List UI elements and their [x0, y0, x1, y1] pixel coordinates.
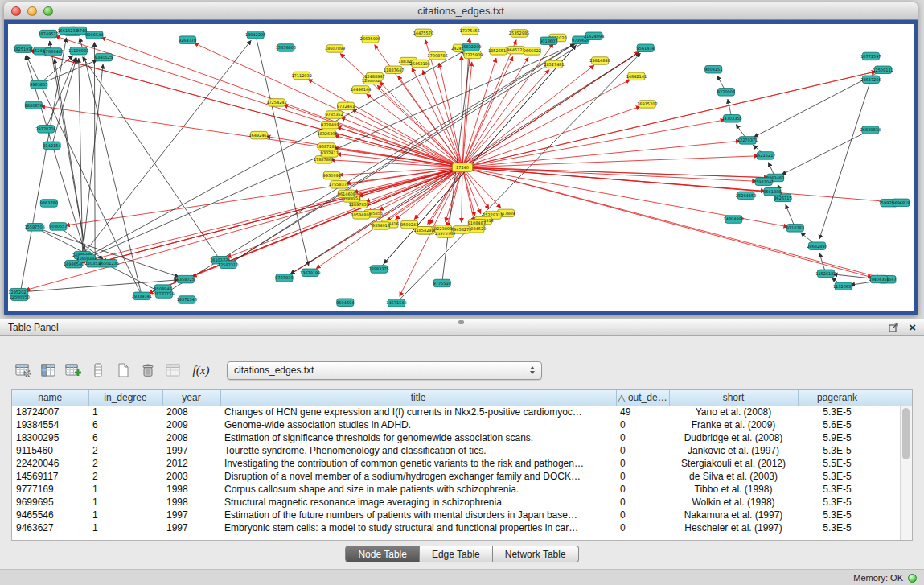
cell-short: de Silva et al. (2003) — [669, 470, 798, 483]
cell-year: 2012 — [162, 457, 220, 470]
delete-trash-button[interactable] — [138, 360, 158, 380]
column-header-year[interactable]: year — [162, 390, 220, 406]
cell-in_degree: 1 — [88, 483, 162, 496]
graph-node-label: 9228489 — [321, 122, 339, 127]
table-row[interactable]: 1938455462009Genome-wide association stu… — [12, 418, 912, 431]
cell-title: Corpus callosum shape and size in male p… — [220, 483, 616, 496]
column-header-pagerank[interactable]: pagerank — [798, 390, 877, 406]
graph-edge[interactable] — [47, 58, 76, 126]
graph-edge[interactable] — [465, 52, 639, 166]
table-row[interactable]: 977716911998Corpus callosum shape and si… — [12, 483, 912, 496]
table-toolbar: f(x) citations_edges.txt — [13, 359, 542, 381]
graph-node-label: 28647266 — [860, 77, 881, 82]
graph-edge[interactable] — [466, 106, 641, 166]
graph-node-label: 28983375 — [369, 266, 389, 271]
table-row[interactable]: 2242004622012Investigating the contribut… — [12, 457, 912, 470]
tab-node-table[interactable]: Node Table — [345, 546, 420, 562]
graph-edge[interactable] — [736, 125, 745, 138]
graph-node-label: 9930992 — [323, 173, 341, 178]
tab-edge-table[interactable]: Edge Table — [420, 546, 493, 562]
graph-edge[interactable] — [381, 45, 576, 266]
graph-edge[interactable] — [768, 163, 774, 175]
panel-resize-handle[interactable] — [458, 320, 464, 324]
graph-node-label: 25264453 — [736, 193, 756, 198]
graph-edge[interactable] — [782, 131, 868, 175]
table-row[interactable]: 969969511998Structural magnetic resonanc… — [12, 496, 912, 509]
graph-edge[interactable] — [42, 60, 97, 84]
table-row[interactable]: 946554611997Estimation of the future num… — [12, 509, 912, 521]
merge-tables-button[interactable] — [162, 360, 183, 380]
cell-pagerank: 5.3E-5 — [798, 444, 877, 457]
network-canvas[interactable]: 1724094178491522931319989314910848722034… — [8, 24, 914, 311]
cell-out_degree: 49 — [616, 406, 669, 418]
graph-edge[interactable] — [38, 229, 179, 278]
graph-node-label: 17089487 — [43, 49, 64, 54]
graph-edge[interactable] — [26, 168, 459, 290]
table-row[interactable]: 1830029562008Estimation of significance … — [12, 431, 912, 444]
column-header-name[interactable]: name — [12, 390, 88, 406]
graph-edge[interactable] — [266, 136, 459, 167]
table-selector-dropdown[interactable]: citations_edges.txt — [227, 361, 542, 380]
graph-edge[interactable] — [76, 51, 465, 262]
graph-edge[interactable] — [231, 40, 588, 263]
table-row[interactable]: 1456911722003Disruption of a novel membe… — [12, 470, 912, 483]
close-panel-icon[interactable]: × — [909, 322, 916, 333]
select-columns-button[interactable] — [38, 360, 59, 380]
graph-edge[interactable] — [379, 169, 459, 210]
tab-network-table[interactable]: Network Table — [493, 546, 579, 562]
graph-edge[interactable] — [423, 70, 462, 164]
minimize-window-button[interactable] — [27, 6, 37, 16]
zoom-window-button[interactable] — [43, 6, 53, 16]
graph-edge[interactable] — [819, 83, 870, 240]
graph-edge[interactable] — [466, 80, 630, 166]
cell-in_degree: 6 — [88, 418, 162, 431]
graph-edge[interactable] — [728, 99, 731, 115]
rows-button[interactable] — [88, 360, 109, 380]
graph-edge[interactable] — [20, 38, 66, 294]
table-row[interactable]: 1872400712008Changes of HCN gene express… — [12, 406, 912, 418]
graph-node-label: 12279371 — [737, 138, 758, 142]
table-row[interactable]: 911546021997Tourette syndrome. Phenomeno… — [12, 444, 912, 457]
graph-node-label: 15832209 — [461, 44, 481, 49]
function-builder-button[interactable]: f(x) — [187, 360, 215, 380]
table-scrollbar[interactable] — [900, 406, 912, 540]
graph-edge[interactable] — [464, 43, 553, 165]
table-scrollbar-thumb[interactable] — [902, 408, 910, 459]
float-panel-icon[interactable] — [889, 323, 899, 332]
window-titlebar[interactable]: citations_edges.txt — [4, 2, 918, 20]
graph-edge[interactable] — [447, 171, 462, 227]
graph-edge[interactable] — [80, 168, 459, 262]
new-file-button[interactable] — [113, 360, 133, 380]
column-header-in_degree[interactable]: in_degree — [88, 390, 162, 406]
graph-edge[interactable] — [462, 56, 462, 164]
graph-edge[interactable] — [339, 167, 459, 175]
table-settings-button[interactable] — [13, 360, 34, 380]
column-header-short[interactable]: short — [669, 390, 798, 406]
add-column-button[interactable] — [63, 360, 84, 380]
graph-node-label: 9220006 — [717, 89, 735, 94]
graph-edge[interactable] — [412, 68, 461, 164]
graph-edge[interactable] — [462, 171, 462, 222]
graph-edge[interactable] — [83, 57, 219, 257]
table-tabs: Node TableEdge TableNetwork Table — [0, 546, 924, 562]
column-header-title[interactable]: title — [220, 390, 616, 406]
column-header-out_degree[interactable]: △ out_de… — [616, 390, 669, 406]
graph-node-label: 17008785 — [427, 53, 447, 58]
graph-edge[interactable] — [102, 168, 459, 262]
graph-edge[interactable] — [466, 141, 741, 167]
cell-in_degree: 1 — [88, 509, 162, 521]
graph-edge[interactable] — [717, 76, 725, 89]
graph-edge[interactable] — [466, 156, 758, 167]
graph-node-label: 29814849 — [589, 58, 610, 63]
graph-node-label: 28527481 — [544, 62, 564, 67]
graph-edge[interactable] — [41, 56, 72, 82]
cell-title: Estimation of significance thresholds fo… — [220, 431, 616, 444]
graph-node-label: 9785352 — [325, 112, 343, 117]
graph-edge[interactable] — [466, 168, 872, 278]
cell-year: 2009 — [162, 418, 220, 431]
graph-node-label: 17375455 — [460, 28, 480, 33]
table-row[interactable]: 946362711997Embryonic stem cells: a mode… — [12, 521, 912, 534]
close-window-button[interactable] — [11, 6, 21, 16]
graph-edge[interactable] — [786, 204, 794, 225]
graph-edge[interactable] — [466, 72, 876, 167]
